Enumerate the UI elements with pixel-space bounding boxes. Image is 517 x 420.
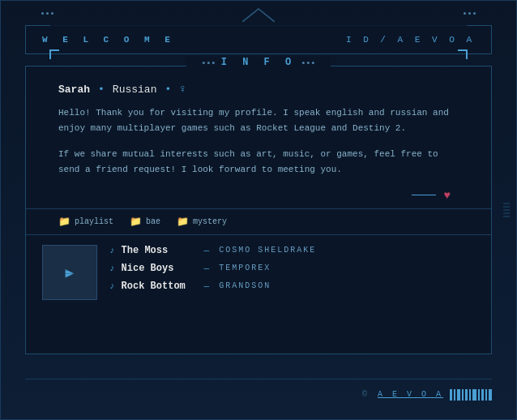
heart-area: ♥ (26, 189, 491, 208)
info-header-dots-right (302, 62, 314, 64)
music-area: ▶ ♪ The Moss — COSMO SHELDRAKE ♪ Nice Bo… (26, 235, 491, 310)
id-label: I D / A E V O A (346, 35, 475, 45)
info-header: I N F O (186, 57, 331, 68)
bio-paragraph-1: Hello! Thank you for visiting my profile… (58, 105, 459, 135)
info-title: I N F O (221, 57, 296, 68)
tag-playlist[interactable]: 📁 playlist (58, 216, 113, 228)
track-dash-3: — (204, 281, 210, 291)
track-name-1: The Moss (122, 245, 194, 256)
folder-icon-3: 📁 (177, 216, 189, 228)
track-artist-2: TEMPOREX (219, 264, 271, 272)
top-dots-right (464, 12, 476, 15)
footer-brand[interactable]: A E V O A (378, 390, 443, 399)
heart-line (412, 195, 436, 195)
track-item-1: ♪ The Moss — COSMO SHELDRAKE (109, 245, 475, 256)
tag-bae[interactable]: 📁 bae (130, 216, 160, 228)
side-decoration-right (503, 204, 510, 217)
profile-separator-2: • (164, 84, 171, 96)
note-icon-1: ♪ (109, 246, 115, 255)
profile-separator-1: • (98, 84, 105, 96)
track-dash-2: — (204, 264, 210, 273)
folder-icon-2: 📁 (130, 216, 142, 228)
corner-tr (458, 49, 468, 59)
tag-label-2: bae (146, 217, 160, 226)
heart-icon[interactable]: ♥ (444, 189, 451, 202)
track-artist-1: COSMO SHELDRAKE (219, 246, 316, 255)
play-icon[interactable]: ▶ (66, 264, 75, 281)
tag-mystery[interactable]: 📁 mystery (177, 216, 227, 228)
info-header-dots (203, 62, 215, 64)
main-container: W E L C O M E I D / A E V O A I N F O Sa… (0, 0, 517, 420)
barcode (450, 389, 492, 401)
track-name-2: Nice Boys (122, 263, 194, 274)
info-section: I N F O Sarah • Russian • ♀ Hello! Thank… (25, 66, 492, 354)
track-artist-3: GRANDSON (219, 281, 271, 290)
track-list: ♪ The Moss — COSMO SHELDRAKE ♪ Nice Boys… (109, 245, 475, 298)
note-icon-2: ♪ (109, 264, 115, 273)
player-thumbnail[interactable]: ▶ (42, 245, 97, 300)
tag-label-3: mystery (193, 217, 227, 226)
profile-row: Sarah • Russian • ♀ (26, 66, 491, 105)
track-dash-1: — (204, 246, 210, 255)
track-item-3: ♪ Rock Bottom — GRANDSON (109, 281, 475, 292)
profile-gender-icon: ♀ (179, 83, 186, 96)
bio-text: Hello! Thank you for visiting my profile… (26, 105, 491, 178)
welcome-bar: W E L C O M E I D / A E V O A (25, 25, 492, 54)
note-icon-3: ♪ (109, 281, 115, 291)
bio-paragraph-2: If we share mutual interests such as art… (58, 147, 459, 177)
footer-bar: © A E V O A (25, 379, 492, 403)
tag-label-1: playlist (75, 217, 113, 226)
profile-name: Sarah (58, 84, 90, 96)
corner-tl (49, 49, 59, 59)
track-name-3: Rock Bottom (122, 281, 194, 292)
top-dots-left (41, 12, 53, 15)
top-chevron-icon (242, 7, 275, 25)
folder-icon-1: 📁 (58, 216, 70, 228)
tags-row: 📁 playlist 📁 bae 📁 mystery (26, 208, 491, 235)
welcome-label: W E L C O M E (42, 35, 175, 45)
copyright-symbol: © (362, 390, 370, 399)
track-item-2: ♪ Nice Boys — TEMPOREX (109, 263, 475, 274)
profile-language: Russian (113, 84, 157, 96)
